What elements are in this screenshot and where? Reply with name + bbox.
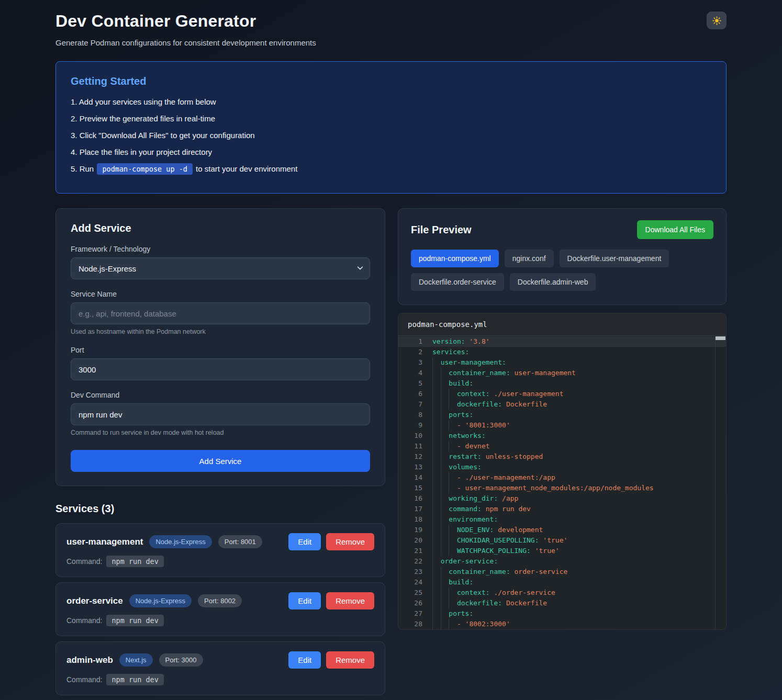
services-heading: Services (3) [55, 503, 385, 515]
service-name-field: Service Name Used as hostname within the… [71, 290, 370, 335]
download-all-files-button[interactable]: Download All Files [637, 220, 713, 239]
code-line: 13 volumes: [398, 462, 726, 472]
port-badge: Port: 8002 [198, 594, 242, 607]
code-line: 8 ports: [398, 410, 726, 420]
getting-started-step: 2. Preview the generated files in real-t… [71, 110, 711, 127]
file-tabs: podman-compose.ymlnginx.confDockerfile.u… [411, 250, 713, 291]
line-number: 8 [398, 410, 422, 420]
framework-badge: Next.js [119, 653, 153, 667]
code-line: 27 ports: [398, 608, 726, 619]
right-column: File Preview Download All Files podman-c… [398, 208, 727, 630]
file-tab[interactable]: Dockerfile.order-service [411, 273, 504, 291]
line-number: 24 [398, 577, 422, 588]
getting-started-steps: 1. Add your services using the form belo… [71, 94, 711, 177]
service-name-label: Service Name [71, 290, 370, 298]
file-tab[interactable]: Dockerfile.admin-web [510, 273, 596, 291]
code-line: 15 - user-management_node_modules:/app/n… [398, 483, 726, 493]
scrollbar-thumb[interactable] [716, 336, 725, 340]
code-line: 16 working_dir: /app [398, 493, 726, 504]
sun-icon [712, 16, 721, 25]
code-line: 22 order-service: [398, 556, 726, 567]
code-line: 28 - '8002:3000' [398, 619, 726, 629]
code-line: 4 container_name: user-management [398, 368, 726, 378]
code-line: 25 context: ./order-service [398, 588, 726, 598]
service-name: user-management [66, 537, 143, 547]
service-card: order-service Node.js-Express Port: 8002… [55, 582, 385, 636]
line-number: 11 [398, 441, 422, 451]
port-badge: Port: 8001 [218, 535, 262, 548]
framework-field: Framework / Technology Node.js-Express [71, 245, 370, 279]
code-line: 1version: '3.8' [398, 336, 726, 347]
file-tab[interactable]: nginx.conf [505, 250, 554, 267]
line-number: 15 [398, 483, 422, 493]
line-number: 14 [398, 472, 422, 483]
file-preview-panel: File Preview Download All Files podman-c… [398, 208, 727, 305]
line-number: 1 [398, 336, 422, 347]
command-label: Command: [66, 616, 102, 625]
framework-badge: Node.js-Express [129, 594, 192, 607]
getting-started-step: 4. Place the files in your project direc… [71, 144, 711, 161]
service-name-input[interactable] [71, 302, 370, 324]
code-line: 10 networks: [398, 431, 726, 441]
file-tab[interactable]: Dockerfile.user-management [560, 250, 669, 267]
code-line: 19 NODE_ENV: development [398, 525, 726, 535]
file-preview-title: File Preview [411, 224, 472, 236]
line-number: 18 [398, 514, 422, 525]
line-number: 28 [398, 619, 422, 629]
code-viewer-panel: podman-compose.yml 1version: '3.8'2servi… [398, 313, 727, 630]
line-number: 27 [398, 608, 422, 619]
inline-command-chip: podman-compose up -d [97, 163, 193, 175]
getting-started-title: Getting Started [71, 75, 711, 87]
remove-button[interactable]: Remove [326, 651, 374, 669]
service-card: user-management Node.js-Express Port: 80… [55, 523, 385, 577]
left-column: Add Service Framework / Technology Node.… [55, 208, 385, 700]
line-number: 12 [398, 451, 422, 462]
framework-label: Framework / Technology [71, 245, 370, 253]
code-line: 23 container_name: order-service [398, 567, 726, 577]
line-number: 7 [398, 399, 422, 410]
command-value: npm run dev [106, 615, 163, 626]
code-line: 20 CHOKIDAR_USEPOLLING: 'true' [398, 535, 726, 546]
edit-button[interactable]: Edit [288, 592, 321, 609]
command-value: npm run dev [106, 556, 163, 567]
code-line: 5 build: [398, 378, 726, 389]
line-number: 10 [398, 431, 422, 441]
dev-command-field: Dev Command Command to run service in de… [71, 391, 370, 436]
code-line: 14 - ./user-management:/app [398, 472, 726, 483]
dev-command-label: Dev Command [71, 391, 370, 399]
line-number: 13 [398, 462, 422, 472]
port-input[interactable] [71, 358, 370, 380]
port-field: Port [71, 346, 370, 380]
file-tab[interactable]: podman-compose.yml [411, 250, 499, 267]
framework-select[interactable]: Node.js-Express [71, 257, 370, 279]
scrollbar-track[interactable] [715, 336, 725, 629]
code-line: 3 user-management: [398, 357, 726, 368]
remove-button[interactable]: Remove [326, 592, 374, 609]
page-container: Dev Container Generator Generate Podman … [55, 0, 727, 700]
line-number: 2 [398, 347, 422, 357]
code-filename: podman-compose.yml [398, 313, 726, 336]
edit-button[interactable]: Edit [288, 651, 321, 669]
service-name-help: Used as hostname within the Podman netwo… [71, 328, 370, 335]
add-service-button[interactable]: Add Service [71, 450, 370, 472]
dev-command-input[interactable] [71, 403, 370, 425]
line-number: 5 [398, 378, 422, 389]
theme-toggle-button[interactable] [707, 12, 727, 29]
page-subtitle: Generate Podman configurations for consi… [55, 38, 727, 47]
port-badge: Port: 3000 [159, 653, 203, 667]
code-scroll-area[interactable]: 1version: '3.8'2services:3 user-manageme… [398, 336, 726, 629]
line-number: 26 [398, 598, 422, 608]
line-number: 9 [398, 420, 422, 431]
getting-started-panel: Getting Started 1. Add your services usi… [55, 61, 727, 194]
line-number: 25 [398, 588, 422, 598]
code-line: 18 environment: [398, 514, 726, 525]
line-number: 21 [398, 546, 422, 556]
framework-badge: Node.js-Express [149, 535, 211, 548]
code-line: 11 - devnet [398, 441, 726, 451]
add-service-title: Add Service [71, 222, 370, 234]
code-line: 26 dockerfile: Dockerfile [398, 598, 726, 608]
remove-button[interactable]: Remove [326, 533, 374, 550]
code-line: 21 WATCHPACK_POLLING: 'true' [398, 546, 726, 556]
line-number: 22 [398, 556, 422, 567]
edit-button[interactable]: Edit [288, 533, 321, 550]
